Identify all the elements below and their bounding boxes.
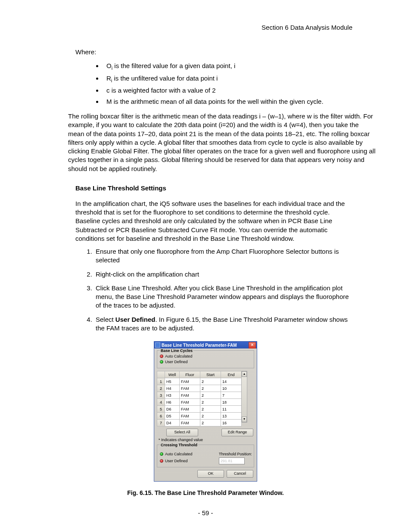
baseline-cycles-group: Base Line Cycles Auto Calculated User De…	[157, 350, 254, 368]
cell-end[interactable]: 10	[221, 385, 242, 392]
paragraph-baseline: In the amplification chart, the iQ5 soft…	[75, 199, 352, 243]
radio-icon	[160, 459, 163, 463]
cell-rownum: 6	[157, 413, 165, 420]
table-row[interactable]: 2 H4 FAM 2 10	[157, 385, 242, 392]
cell-start[interactable]: 2	[200, 385, 221, 392]
cell-well[interactable]: H6	[165, 399, 180, 406]
cell-start[interactable]: 2	[200, 378, 221, 385]
definition-c: c is a weighted factor with a value of 2	[103, 85, 352, 96]
cell-fluor[interactable]: FAM	[180, 399, 200, 406]
baseline-cycles-legend: Base Line Cycles	[160, 348, 193, 353]
cancel-button[interactable]: Cancel	[227, 470, 253, 478]
definition-r-text: is the unfiltered value for data point i	[114, 75, 218, 82]
section-heading: Base Line Threshold Settings	[75, 184, 394, 192]
cell-rownum: 1	[157, 378, 165, 385]
cell-start[interactable]: 2	[200, 420, 221, 426]
edit-range-button[interactable]: Edit Range	[221, 429, 253, 436]
scroll-down-icon[interactable]: ▾	[242, 417, 247, 422]
cell-fluor[interactable]: FAM	[180, 378, 200, 385]
table-row[interactable]: 3 H3 FAM 2 7	[157, 392, 242, 399]
page: Section 6 Data Analysis Module Where: Oi…	[0, 0, 411, 532]
changed-value-note: * Indicates changed value	[159, 438, 254, 442]
cell-fluor[interactable]: FAM	[180, 392, 200, 399]
dialog-button-row: OK Cancel	[157, 470, 253, 478]
cell-start[interactable]: 2	[200, 392, 221, 399]
grid-scrollbar[interactable]: ▴ ▾	[241, 371, 247, 423]
paragraph-filter-text: The rolling boxcar filter is the arithme…	[68, 112, 377, 173]
app-icon	[155, 342, 160, 348]
cell-start[interactable]: 2	[200, 406, 221, 413]
paragraph-baseline-text: In the amplification chart, the iQ5 soft…	[75, 199, 352, 243]
steps-list: Ensure that only one fluorophore from th…	[85, 247, 352, 333]
running-header: Section 6 Data Analysis Module	[17, 24, 352, 31]
col-start[interactable]: Start	[200, 371, 221, 378]
crossing-threshold-legend: Crossing Threshold	[160, 443, 198, 447]
figure-caption: Fig. 6.15. The Base Line Threshold Param…	[17, 489, 394, 496]
radio-user-defined[interactable]: User Defined	[160, 360, 252, 364]
select-all-button[interactable]: Select All	[166, 429, 198, 436]
cell-fluor[interactable]: FAM	[180, 385, 200, 392]
threshold-radio-auto[interactable]: Auto Calculated	[160, 452, 193, 456]
radio-icon	[160, 360, 163, 364]
radio-auto-calculated[interactable]: Auto Calculated	[160, 354, 252, 358]
cell-start[interactable]: 2	[200, 399, 221, 406]
radio-icon	[160, 452, 163, 456]
subscript-i: i	[112, 65, 112, 71]
dialog-titlebar[interactable]: Base Line Threshold Parameter-FAM ×	[154, 342, 257, 348]
paragraph-filter: The rolling boxcar filter is the arithme…	[68, 112, 377, 173]
ok-button[interactable]: OK	[197, 470, 224, 478]
grid-button-row: Select All Edit Range	[166, 429, 253, 436]
cell-well[interactable]: D5	[165, 413, 180, 420]
dialog-title: Base Line Threshold Parameter-FAM	[162, 343, 249, 348]
cell-rownum: 5	[157, 406, 165, 413]
dialog-body: Base Line Cycles Auto Calculated User De…	[154, 348, 257, 481]
subscript-i: i	[111, 78, 112, 83]
cell-start[interactable]: 2	[200, 413, 221, 420]
cell-fluor[interactable]: FAM	[180, 406, 200, 413]
definition-o-text: is the filtered value for a given data p…	[114, 62, 235, 69]
table-row[interactable]: 1 H5 FAM 2 14	[157, 378, 242, 385]
threshold-user-label: User Defined	[165, 459, 188, 463]
table-row[interactable]: 7 D4 FAM 2 16	[157, 420, 242, 426]
baseline-threshold-dialog: Base Line Threshold Parameter-FAM × Base…	[154, 341, 257, 482]
cell-end[interactable]: 7	[221, 392, 242, 399]
step-2: Right-click on the amplification chart	[94, 270, 352, 279]
definition-m: M is the arithmetic mean of all data poi…	[103, 96, 352, 107]
radio-user-label: User Defined	[165, 360, 188, 364]
data-grid[interactable]: Well Fluor Start End 1 H5 FAM 2 14	[157, 371, 242, 426]
data-grid-wrap: Well Fluor Start End 1 H5 FAM 2 14	[157, 371, 254, 426]
close-icon[interactable]: ×	[249, 342, 256, 348]
cell-end[interactable]: 14	[221, 378, 242, 385]
step-4: Select User Defined. In Figure 6.15, the…	[94, 315, 352, 333]
threshold-position-input[interactable]	[219, 457, 245, 464]
cell-fluor[interactable]: FAM	[180, 413, 200, 420]
table-row[interactable]: 6 D5 FAM 2 13	[157, 413, 242, 420]
table-row[interactable]: 4 H6 FAM 2 18	[157, 399, 242, 406]
threshold-radio-user[interactable]: User Defined	[160, 459, 193, 463]
cell-fluor[interactable]: FAM	[180, 420, 200, 426]
col-well[interactable]: Well	[165, 371, 180, 378]
cell-well[interactable]: H3	[165, 392, 180, 399]
cell-end[interactable]: 16	[221, 420, 242, 426]
col-end[interactable]: End	[221, 371, 242, 378]
col-rownum	[157, 371, 165, 378]
col-fluor[interactable]: Fluor	[180, 371, 200, 378]
cell-end[interactable]: 11	[221, 406, 242, 413]
cell-well[interactable]: H4	[165, 385, 180, 392]
definitions-list: Oi is the filtered value for a given dat…	[93, 61, 352, 107]
cell-end[interactable]: 18	[221, 399, 242, 406]
definition-o: Oi is the filtered value for a given dat…	[103, 61, 352, 72]
cell-rownum: 2	[157, 385, 165, 392]
step-4-bold: User Defined	[115, 316, 156, 323]
page-number: - 59 -	[17, 509, 394, 516]
cell-well[interactable]: D6	[165, 406, 180, 413]
cell-end[interactable]: 13	[221, 413, 242, 420]
cell-well[interactable]: D4	[165, 420, 180, 426]
cell-rownum: 4	[157, 399, 165, 406]
step-3: Click Base Line Threshold. After you cli…	[94, 284, 352, 310]
scroll-up-icon[interactable]: ▴	[242, 371, 247, 377]
cell-well[interactable]: H5	[165, 378, 180, 385]
table-row[interactable]: 5 D6 FAM 2 11	[157, 406, 242, 413]
definition-r: Ri is the unfiltered value for data poin…	[103, 73, 352, 85]
table-header-row: Well Fluor Start End	[157, 371, 242, 378]
